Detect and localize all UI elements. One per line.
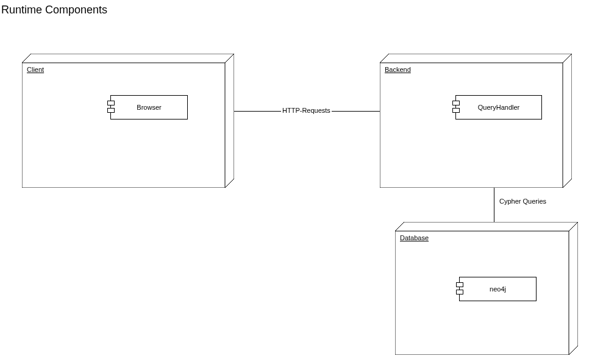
edge-backend-database xyxy=(494,188,494,222)
node-backend-label: Backend xyxy=(385,66,411,73)
component-browser-label: Browser xyxy=(111,104,187,111)
svg-marker-0 xyxy=(22,54,234,188)
component-neo4j-label: neo4j xyxy=(460,285,536,293)
svg-marker-7 xyxy=(380,54,572,188)
edge-backend-database-label: Cypher Queries xyxy=(498,198,547,205)
component-queryhandler-label: QueryHandler xyxy=(456,104,541,111)
node-database-label: Database xyxy=(400,234,429,241)
component-neo4j: neo4j xyxy=(459,277,537,301)
edge-client-backend-label: HTTP-Requests xyxy=(281,107,332,114)
component-browser: Browser xyxy=(110,95,188,120)
node-backend: Backend QueryHandler xyxy=(380,54,572,188)
node-client-label: Client xyxy=(27,66,44,73)
component-queryhandler: QueryHandler xyxy=(455,95,542,120)
diagram-title: Runtime Components xyxy=(1,4,107,16)
node-database: Database neo4j xyxy=(395,222,578,355)
node-client: Client Browser xyxy=(22,54,234,188)
